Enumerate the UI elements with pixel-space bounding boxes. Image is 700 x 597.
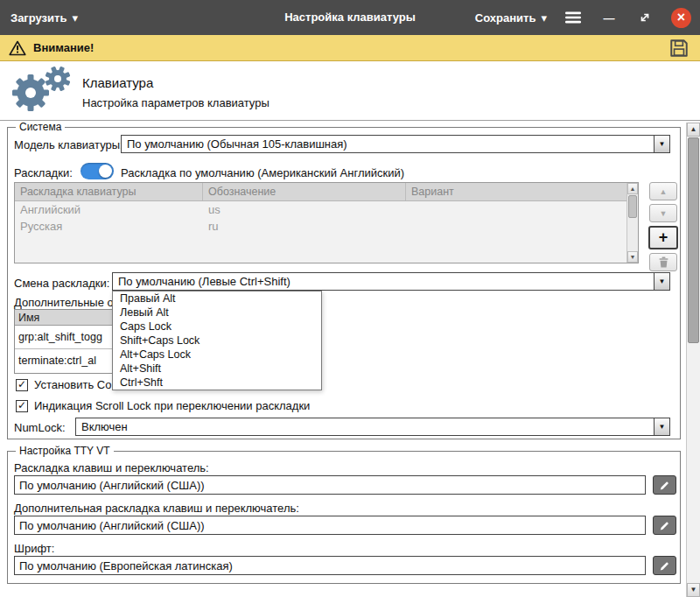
load-menu-label: Загрузить — [10, 11, 66, 25]
tty-font-label: Шрифт: — [14, 542, 54, 555]
column-header-layout: Раскладка клавиатуры — [15, 183, 203, 200]
dropdown-option[interactable]: Alt+Caps Lock — [113, 348, 321, 362]
dropdown-option[interactable]: Правый Alt — [113, 291, 321, 306]
plus-icon: + — [659, 228, 668, 247]
scrollbar-thumb[interactable] — [628, 195, 637, 218]
options-table: Имя grp:alt_shift_togg terminate:ctrl_al — [14, 309, 113, 374]
minimize-icon: — — [604, 11, 615, 25]
model-combobox-value: По умолчанию (Обычная 105-клавишная) — [127, 136, 652, 152]
numlock-combobox-value: Включен — [81, 418, 652, 435]
tty-extra-layout-input[interactable] — [14, 516, 646, 535]
move-layout-down-button[interactable]: ▼ — [649, 204, 677, 222]
window-title: Настройка клавиатуры — [284, 0, 416, 35]
default-layout-text: Раскладка по умолчанию (Американский Анг… — [121, 166, 404, 179]
pencil-icon — [658, 479, 671, 492]
titlebar-controls: Сохранить ▾ — × — [475, 0, 691, 35]
warning-icon — [9, 40, 26, 56]
cell-layout: Английский — [15, 201, 203, 218]
dropdown-option[interactable]: Alt+Shift — [113, 362, 321, 376]
edit-tty-extra-layout-button[interactable] — [653, 516, 676, 535]
trash-icon — [657, 256, 670, 269]
gears-icon — [7, 65, 75, 114]
tty-legend: Настройка TTY VT — [16, 445, 114, 457]
pencil-icon — [658, 519, 671, 532]
list-item[interactable]: grp:alt_shift_togg — [15, 326, 112, 349]
keyboard-settings-window: Загрузить ▾ Настройка клавиатуры Сохрани… — [0, 0, 700, 597]
cell-code: us — [203, 201, 406, 218]
scroll-up-icon[interactable]: ▲ — [687, 123, 700, 137]
layouts-table-header: Раскладка клавиатуры Обозначение Вариант — [15, 183, 638, 201]
extra-options-label: Дополнительные о — [14, 296, 114, 309]
tty-layout-input[interactable] — [14, 475, 646, 495]
caret-down-icon: ▾ — [72, 11, 78, 25]
tty-extra-layout-label: Дополнительная раскладка клавиш и перекл… — [14, 502, 299, 515]
arrow-up-icon: ▲ — [660, 187, 668, 196]
cell-variant — [406, 218, 638, 235]
arrow-down-icon: ▼ — [660, 209, 668, 218]
scroll-down-icon[interactable]: ▼ — [627, 251, 638, 263]
switch-label: Смена раскладки: — [14, 277, 109, 290]
hamburger-icon — [565, 11, 581, 24]
column-header-variant: Вариант — [406, 183, 638, 200]
scroll-lock-checkbox-row: ✓ Индикация Scroll Lock при переключении… — [16, 399, 310, 412]
minimize-button[interactable]: — — [599, 8, 619, 27]
switch-dropdown-list: Правый Alt Левый Alt Caps Lock Shift+Cap… — [112, 291, 322, 390]
dropdown-option[interactable]: Shift+Caps Lock — [113, 334, 321, 348]
dropdown-option[interactable]: Ctrl+Shft — [113, 376, 321, 390]
scrollbar-thumb[interactable] — [688, 137, 699, 343]
main-scrollbar[interactable]: ▲ ▼ — [686, 123, 700, 597]
scroll-lock-checkbox[interactable]: ✓ — [16, 400, 28, 412]
default-layout-toggle[interactable] — [80, 163, 114, 179]
header-divider — [0, 120, 700, 121]
numlock-label: NumLock: — [14, 421, 66, 434]
table-row[interactable]: Русская ru — [15, 218, 638, 235]
page-title: Клавиатура — [82, 75, 153, 90]
model-combobox[interactable]: По умолчанию (Обычная 105-клавишная) ▼ — [121, 135, 670, 153]
pencil-icon — [658, 559, 671, 572]
cell-layout: Русская — [15, 218, 203, 235]
save-menu-button[interactable]: Сохранить ▾ — [475, 11, 547, 25]
numlock-combobox[interactable]: Включен ▼ — [75, 418, 670, 436]
main-menu-button[interactable] — [564, 8, 583, 27]
toggle-knob — [99, 165, 112, 178]
switch-combobox[interactable]: По умолчанию (Левые Ctrl+Shift) ▼ — [112, 272, 670, 291]
move-layout-up-button[interactable]: ▲ — [649, 182, 677, 200]
titlebar: Загрузить ▾ Настройка клавиатуры Сохрани… — [0, 0, 700, 35]
model-label: Модель клавиатуры: — [14, 138, 123, 151]
compose-checkbox[interactable]: ✓ — [16, 379, 28, 391]
warning-text: Внимание! — [33, 41, 94, 54]
layouts-table-scrollbar[interactable]: ▲ ▼ — [626, 183, 638, 263]
save-menu-label: Сохранить — [475, 11, 536, 25]
load-menu-button[interactable]: Загрузить ▾ — [10, 0, 78, 35]
page-subtitle: Настройка параметров клавиатуры — [82, 96, 270, 109]
chevron-down-icon[interactable]: ▼ — [654, 418, 669, 435]
chevron-down-icon[interactable]: ▼ — [654, 273, 669, 290]
layouts-table: Раскладка клавиатуры Обозначение Вариант… — [14, 182, 639, 263]
chevron-down-icon[interactable]: ▼ — [654, 136, 669, 152]
warning-bar: Внимание! — [0, 35, 700, 61]
edit-tty-layout-button[interactable] — [653, 475, 676, 495]
dropdown-option[interactable]: Левый Alt — [113, 306, 321, 320]
dropdown-option[interactable]: Caps Lock — [113, 320, 321, 334]
scroll-lock-checkbox-label: Индикация Scroll Lock при переключении р… — [34, 399, 310, 412]
maximize-button[interactable] — [635, 8, 654, 27]
layouts-label: Раскладки: — [14, 166, 73, 179]
save-file-button[interactable] — [667, 37, 691, 60]
close-button[interactable]: × — [671, 8, 691, 28]
delete-layout-button[interactable] — [649, 253, 677, 271]
cell-code: ru — [203, 218, 406, 235]
edit-tty-font-button[interactable] — [653, 556, 676, 575]
tty-layout-label: Раскладка клавиш и переключатель: — [14, 461, 209, 474]
scroll-up-icon[interactable]: ▲ — [627, 183, 638, 194]
cell-variant — [406, 201, 638, 218]
list-item[interactable]: terminate:ctrl_al — [15, 349, 112, 373]
column-header-code: Обозначение — [203, 183, 406, 200]
floppy-icon — [668, 38, 690, 59]
caret-down-icon: ▾ — [541, 11, 547, 25]
system-legend: Система — [16, 121, 65, 133]
switch-combobox-value: По умолчанию (Левые Ctrl+Shift) — [118, 273, 652, 290]
add-layout-button[interactable]: + — [648, 226, 678, 249]
tty-font-input[interactable] — [14, 556, 646, 575]
table-row[interactable]: Английский us — [15, 201, 638, 218]
scroll-down-icon[interactable]: ▼ — [687, 583, 700, 597]
